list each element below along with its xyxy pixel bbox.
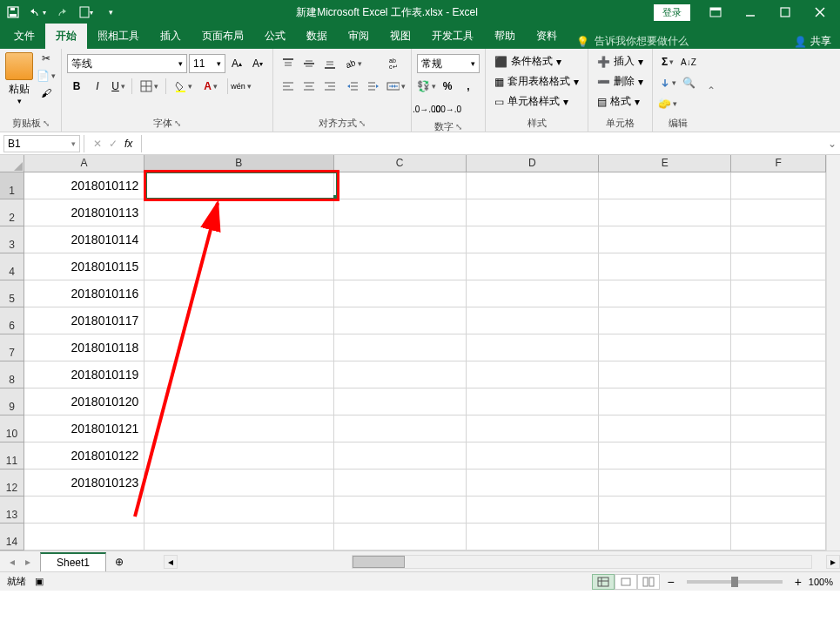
increase-font-icon[interactable]: A▴ xyxy=(227,54,246,73)
cell[interactable] xyxy=(467,388,599,415)
row-header-7[interactable]: 7 xyxy=(0,334,24,361)
cell[interactable] xyxy=(467,307,599,334)
cell[interactable] xyxy=(467,469,599,497)
fill-color-icon[interactable] xyxy=(170,77,196,96)
cell[interactable] xyxy=(731,199,826,226)
redo-icon[interactable] xyxy=(52,3,71,22)
delete-cells-button[interactable]: ➖删除 ▾ xyxy=(594,72,647,91)
comma-style-icon[interactable]: , xyxy=(459,77,478,96)
cell[interactable]: 2018010118 xyxy=(24,334,144,361)
decrease-font-icon[interactable]: A▾ xyxy=(248,54,267,73)
cell[interactable]: 2018010119 xyxy=(24,361,144,388)
tab-view[interactable]: 视图 xyxy=(380,24,421,49)
font-color-icon[interactable]: A xyxy=(198,77,224,96)
share-button[interactable]: 👤 共享 xyxy=(785,34,840,49)
cell[interactable] xyxy=(334,524,467,551)
italic-icon[interactable]: I xyxy=(88,77,107,96)
orientation-icon[interactable]: ab xyxy=(343,54,362,73)
font-name-select[interactable]: 等线▾ xyxy=(67,54,187,73)
sheet-nav-first-icon[interactable]: ◂ xyxy=(5,555,19,569)
cell[interactable] xyxy=(334,226,467,253)
border-icon[interactable] xyxy=(136,77,162,96)
cell[interactable]: 2018010117 xyxy=(24,307,144,334)
cell[interactable] xyxy=(731,388,826,415)
row-header-4[interactable]: 4 xyxy=(0,253,24,280)
cell[interactable] xyxy=(144,469,333,497)
minimize-icon[interactable] xyxy=(734,2,767,23)
tab-camera-tools[interactable]: 照相工具 xyxy=(87,24,150,49)
cell[interactable] xyxy=(144,172,333,199)
hscroll-right-icon[interactable]: ▸ xyxy=(826,555,840,569)
align-top-icon[interactable] xyxy=(279,54,298,73)
format-cells-button[interactable]: ▤格式 ▾ xyxy=(594,92,647,111)
accounting-format-icon[interactable]: 💱 xyxy=(417,77,436,96)
sheet-tab-sheet1[interactable]: Sheet1 xyxy=(40,552,106,571)
merge-center-icon[interactable] xyxy=(386,77,406,96)
cell[interactable] xyxy=(467,497,599,524)
zoom-out-icon[interactable]: − xyxy=(667,575,674,589)
cell[interactable] xyxy=(144,361,333,388)
maximize-icon[interactable] xyxy=(769,2,802,23)
tab-home[interactable]: 开始 xyxy=(45,24,87,49)
fill-icon[interactable] xyxy=(658,73,677,92)
cell[interactable] xyxy=(334,307,467,334)
cell[interactable]: 2018010123 xyxy=(24,469,144,497)
enter-formula-icon[interactable]: ✓ xyxy=(109,138,118,150)
align-middle-icon[interactable] xyxy=(299,54,319,73)
cell[interactable] xyxy=(731,361,826,388)
clipboard-dialog-launcher[interactable]: ⤡ xyxy=(43,118,50,128)
percent-icon[interactable]: % xyxy=(438,77,457,96)
cell[interactable] xyxy=(599,524,731,551)
zoom-thumb[interactable] xyxy=(731,577,738,587)
tab-help[interactable]: 帮助 xyxy=(484,24,526,49)
cell[interactable] xyxy=(599,253,731,280)
col-header-D[interactable]: D xyxy=(467,155,599,172)
cell[interactable] xyxy=(144,307,333,334)
cell[interactable] xyxy=(467,442,599,469)
page-break-view-icon[interactable] xyxy=(637,574,660,590)
cell[interactable] xyxy=(144,415,333,442)
vertical-scrollbar[interactable] xyxy=(826,155,840,551)
cell[interactable] xyxy=(599,280,731,307)
cell[interactable] xyxy=(599,307,731,334)
cell[interactable] xyxy=(467,524,599,551)
autosum-icon[interactable]: Σ xyxy=(658,52,677,71)
cell[interactable] xyxy=(24,497,144,524)
row-header-10[interactable]: 10 xyxy=(0,415,24,442)
cell-styles-button[interactable]: ▭单元格样式 ▾ xyxy=(491,92,582,111)
decrease-indent-icon[interactable] xyxy=(343,77,362,96)
cell[interactable] xyxy=(599,442,731,469)
macro-record-icon[interactable]: ▣ xyxy=(35,576,44,587)
new-file-icon[interactable]: ▾ xyxy=(77,3,96,22)
cell[interactable] xyxy=(467,361,599,388)
cell[interactable] xyxy=(334,442,467,469)
cell[interactable] xyxy=(144,280,333,307)
formula-input[interactable] xyxy=(147,135,824,152)
row-header-12[interactable]: 12 xyxy=(0,469,24,497)
align-bottom-icon[interactable] xyxy=(320,54,339,73)
row-header-11[interactable]: 11 xyxy=(0,442,24,469)
tab-review[interactable]: 审阅 xyxy=(338,24,380,49)
horizontal-scrollbar[interactable] xyxy=(352,555,812,569)
font-size-select[interactable]: 11▾ xyxy=(189,54,225,73)
hscroll-left-icon[interactable]: ◂ xyxy=(164,555,178,569)
sheet-nav-last-icon[interactable]: ▸ xyxy=(21,555,35,569)
cell[interactable] xyxy=(334,388,467,415)
format-painter-icon[interactable]: 🖌 xyxy=(37,85,56,101)
sort-filter-icon[interactable]: A↓Z xyxy=(679,52,698,71)
cell[interactable]: 2018010115 xyxy=(24,253,144,280)
find-select-icon[interactable]: 🔍 xyxy=(679,73,698,92)
align-center-icon[interactable] xyxy=(299,77,319,96)
cell[interactable] xyxy=(599,172,731,199)
row-header-9[interactable]: 9 xyxy=(0,388,24,415)
cell[interactable] xyxy=(599,388,731,415)
expand-formula-bar-icon[interactable]: ⌄ xyxy=(824,138,840,150)
cell[interactable] xyxy=(599,226,731,253)
cell[interactable] xyxy=(144,524,333,551)
col-header-B[interactable]: B xyxy=(144,155,333,172)
zoom-in-icon[interactable]: + xyxy=(795,575,802,589)
login-button[interactable]: 登录 xyxy=(654,4,690,21)
align-right-icon[interactable] xyxy=(320,77,339,96)
cell[interactable] xyxy=(467,226,599,253)
cell[interactable] xyxy=(334,415,467,442)
